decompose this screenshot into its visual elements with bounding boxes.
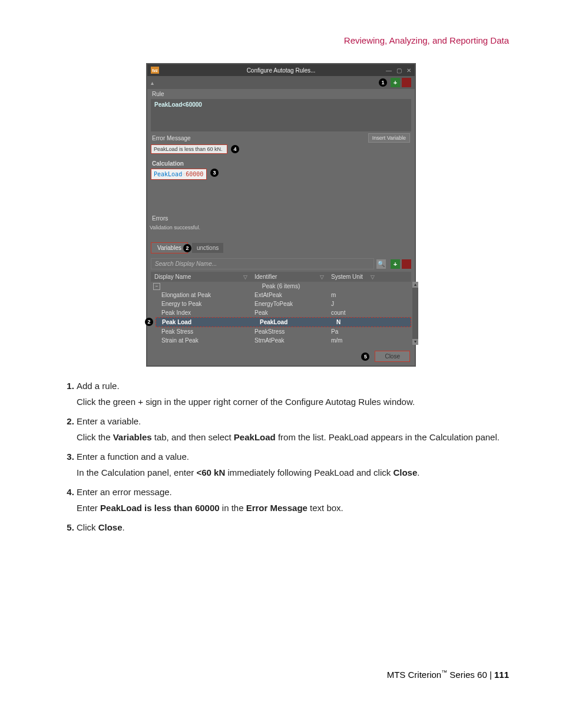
calculation-input[interactable]: PeakLoad<60000	[151, 169, 207, 180]
close-button[interactable]: Close	[375, 351, 410, 362]
collapse-group-icon[interactable]: −	[153, 283, 160, 290]
filter-icon[interactable]: ▽	[371, 274, 375, 280]
col-system-unit[interactable]: System Unit▽	[328, 272, 378, 282]
table-row-selected[interactable]: 2 Peak Load PeakLoad N	[156, 317, 411, 327]
add-rule-button[interactable]: +	[391, 78, 400, 87]
filter-icon[interactable]: ▽	[243, 274, 247, 280]
error-message-input[interactable]: PeakLoad is less than 60 kN.	[151, 144, 227, 154]
search-input[interactable]: Search Display Name...	[151, 258, 374, 269]
titlebar: tvz Configure Autotag Rules... — ▢ ✕	[147, 64, 415, 76]
step-4: Enter an error message. Enter PeakLoad i…	[77, 486, 509, 514]
filter-icon[interactable]: ▽	[320, 274, 324, 280]
maximize-icon[interactable]: ▢	[396, 67, 402, 74]
callout-5: 5	[361, 353, 369, 361]
step-2: Enter a variable. Click the Variables ta…	[77, 415, 509, 443]
errors-label: Errors	[147, 213, 415, 223]
rule-label: Rule	[147, 89, 415, 99]
col-identifier[interactable]: Identifier▽	[251, 272, 328, 282]
add-var-button[interactable]: +	[391, 259, 400, 269]
insert-variable-button[interactable]: Insert Variable	[368, 133, 410, 143]
calculation-area	[151, 181, 411, 213]
tab-variables[interactable]: Variables	[151, 242, 188, 253]
page-footer: MTS Criterion™ Series 60 | 111	[53, 669, 509, 680]
errors-output: Validation successful.	[147, 223, 415, 239]
screenshot-figure: tvz Configure Autotag Rules... — ▢ ✕ ▴ 1…	[53, 63, 509, 367]
step-3: Enter a function and a value. In the Cal…	[77, 450, 509, 479]
callout-3: 3	[210, 169, 219, 177]
step-1: Add a rule. Click the green + sign in th…	[77, 380, 509, 408]
window-title: Configure Autotag Rules...	[147, 67, 415, 74]
collapse-icon[interactable]: ▴	[151, 80, 154, 86]
search-icon[interactable]: 🔍	[376, 259, 386, 269]
rule-display: PeakLoad<60000	[151, 99, 411, 131]
scrollbar[interactable]: ▴ ▾	[412, 282, 418, 345]
minimize-icon[interactable]: —	[386, 67, 392, 74]
callout-1: 1	[379, 78, 387, 87]
dialog-window: tvz Configure Autotag Rules... — ▢ ✕ ▴ 1…	[146, 63, 416, 367]
toolbar: ▴ 1 +	[147, 76, 415, 89]
group-header[interactable]: − Peak (6 items)	[151, 282, 411, 291]
variables-table: Display Name▽ Identifier▽ System Unit▽ −…	[151, 272, 411, 345]
callout-4: 4	[231, 145, 239, 153]
scroll-up-icon[interactable]: ▴	[412, 282, 418, 288]
remove-rule-button[interactable]	[402, 78, 411, 87]
section-header: Reviewing, Analyzing, and Reporting Data	[53, 35, 509, 45]
table-row[interactable]: Energy to Peak EnergyToPeak J	[151, 299, 411, 308]
remove-var-button[interactable]	[402, 259, 411, 269]
callout-2-tabs: 2	[183, 244, 191, 252]
callout-2: 2	[145, 318, 153, 326]
error-message-label: Error Message	[152, 135, 191, 141]
table-row[interactable]: Strain at Peak StrnAtPeak m/m	[151, 336, 411, 345]
table-row[interactable]: Peak Index Peak count	[151, 308, 411, 317]
table-row[interactable]: Peak Stress PeakStress Pa	[151, 327, 411, 336]
col-display-name[interactable]: Display Name▽	[151, 272, 251, 282]
instructions: Add a rule. Click the green + sign in th…	[53, 380, 509, 533]
tab-functions[interactable]: unctions	[192, 243, 223, 253]
step-5: Click Close.	[77, 521, 509, 533]
table-row[interactable]: Elongation at Peak ExtAtPeak m	[151, 291, 411, 299]
scroll-down-icon[interactable]: ▾	[412, 339, 418, 345]
close-icon[interactable]: ✕	[406, 67, 411, 74]
calculation-label: Calculation	[147, 159, 415, 169]
